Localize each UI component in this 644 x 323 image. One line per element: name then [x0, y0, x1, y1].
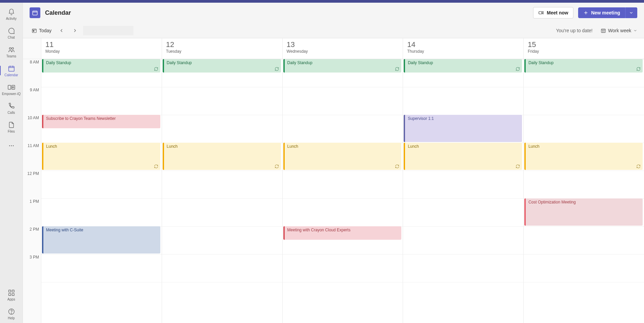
time-label: 11 AM [23, 143, 41, 171]
rail-empower-iq[interactable]: Empower-iQ [0, 80, 23, 99]
rail-help[interactable]: Help [0, 304, 23, 323]
calendar-event[interactable]: Lunch [163, 143, 281, 170]
svg-point-7 [11, 145, 12, 146]
day-name: Wednesday [287, 49, 399, 54]
recurring-icon [395, 67, 399, 71]
day-header[interactable]: 15Friday [524, 38, 644, 59]
calendar-today-icon [32, 28, 37, 33]
svg-rect-17 [32, 29, 36, 33]
bell-icon [8, 8, 15, 16]
day-body[interactable]: Daily StandupLunchMeeting with Crayon Cl… [283, 59, 403, 323]
rail-calendar[interactable]: Calendar [0, 61, 23, 80]
date-range-picker[interactable] [83, 26, 133, 35]
day-header[interactable]: 12Tuesday [162, 38, 282, 59]
rail-files[interactable]: Files [0, 118, 23, 136]
calendar-event[interactable]: Supervisor 1:1 [404, 115, 522, 142]
event-title: Meeting with C-Suite [46, 228, 83, 232]
meet-now-button[interactable]: Meet now [533, 7, 573, 18]
calendar-view-icon [601, 28, 606, 33]
time-label: 3 PM [23, 254, 41, 282]
calendar-event[interactable]: Meeting with Crayon Cloud Experts [283, 226, 402, 240]
recurring-icon [636, 67, 641, 71]
time-label: 2 PM [23, 226, 41, 254]
new-meeting-button[interactable]: New meeting [578, 7, 625, 18]
next-week-button[interactable] [70, 25, 80, 36]
calendar-event[interactable]: Daily Standup [42, 59, 160, 73]
calendar-event[interactable]: Meeting with C-Suite [42, 226, 160, 253]
view-picker[interactable]: Work week [601, 28, 637, 33]
main-area: Calendar Meet now New meeting [23, 3, 644, 323]
calendar-event[interactable]: Daily Standup [524, 59, 643, 73]
day-header[interactable]: 13Wednesday [283, 38, 403, 59]
rail-label: Teams [6, 54, 16, 58]
rail-calls[interactable]: Calls [0, 99, 23, 118]
time-label: 10 AM [23, 115, 41, 143]
day-column: 11MondayDaily StandupSubscribe to Crayon… [41, 38, 162, 323]
recurring-icon [516, 164, 520, 169]
rail-more[interactable] [0, 136, 23, 155]
svg-rect-9 [8, 290, 10, 292]
new-meeting-dropdown[interactable] [625, 7, 637, 18]
recurring-icon [516, 67, 520, 71]
calendar-event[interactable]: Lunch [42, 143, 160, 170]
view-label: Work week [608, 28, 631, 33]
calendar-event[interactable]: Daily Standup [163, 59, 281, 73]
video-icon [538, 10, 544, 16]
svg-point-8 [13, 145, 14, 146]
day-body[interactable]: Daily StandupSubscribe to Crayon Teams N… [41, 59, 162, 323]
rail-label: Calendar [4, 73, 18, 77]
today-label: Today [39, 28, 51, 33]
day-header[interactable]: 14Thursday [403, 38, 523, 59]
rail-chat[interactable]: Chat [0, 24, 23, 42]
calendar-event[interactable]: Daily Standup [283, 59, 402, 73]
rail-label: Apps [7, 297, 15, 301]
rail-teams[interactable]: Teams [0, 42, 23, 61]
day-body[interactable]: Daily StandupLunch [162, 59, 282, 323]
calendar-event[interactable]: Lunch [283, 143, 402, 170]
event-title: Lunch [408, 144, 419, 149]
day-header[interactable]: 11Monday [41, 38, 162, 59]
event-title: Meeting with Crayon Cloud Experts [287, 228, 351, 232]
event-title: Daily Standup [46, 60, 71, 65]
calendar-event[interactable]: Lunch [404, 143, 522, 170]
calendar-event[interactable]: Subscribe to Crayon Teams Newsletter [42, 115, 160, 128]
event-title: Lunch [528, 144, 539, 149]
calendar-event[interactable]: Cost Optimization Meeting [524, 198, 643, 226]
time-label: 9 AM [23, 87, 41, 115]
recurring-icon [636, 164, 641, 169]
calendar-event[interactable]: Daily Standup [404, 59, 522, 73]
svg-rect-16 [539, 11, 542, 14]
new-meeting-label: New meeting [591, 10, 620, 15]
phone-icon [8, 102, 15, 110]
day-body[interactable]: Daily StandupSupervisor 1:1Lunch [403, 59, 523, 323]
prev-week-button[interactable] [56, 25, 67, 36]
day-column: 12TuesdayDaily StandupLunch [162, 38, 282, 323]
time-gutter: 8 AM9 AM10 AM11 AM12 PM1 PM2 PM3 PM [23, 38, 41, 323]
rail-activity[interactable]: Activity [0, 5, 23, 24]
day-name: Tuesday [166, 49, 278, 54]
rail-apps[interactable]: Apps [0, 285, 23, 304]
app-rail: Activity Chat Teams Calendar Empower-iQ [0, 3, 23, 323]
svg-point-0 [9, 47, 11, 49]
event-title: Supervisor 1:1 [408, 116, 434, 121]
calendar-event[interactable]: Lunch [524, 143, 643, 170]
sync-status: You're up to date! [556, 28, 593, 33]
recurring-icon [395, 164, 399, 169]
rail-label: Activity [6, 17, 17, 20]
day-body[interactable]: Daily StandupLunchCost Optimization Meet… [524, 59, 644, 323]
event-title: Lunch [167, 144, 178, 149]
event-title: Lunch [46, 144, 57, 149]
recurring-icon [275, 164, 279, 169]
calendar-grid: 8 AM9 AM10 AM11 AM12 PM1 PM2 PM3 PM 11Mo… [23, 38, 644, 323]
rail-label: Help [8, 316, 15, 320]
today-button[interactable]: Today [30, 27, 53, 35]
page-title: Calendar [45, 9, 71, 16]
recurring-icon [275, 67, 279, 71]
day-column: 13WednesdayDaily StandupLunchMeeting wit… [282, 38, 403, 323]
day-column: 14ThursdayDaily StandupSupervisor 1:1Lun… [403, 38, 523, 323]
chat-icon [8, 27, 15, 35]
calendar-icon [8, 64, 15, 73]
event-title: Lunch [287, 144, 298, 149]
meet-now-label: Meet now [547, 10, 568, 15]
day-name: Thursday [407, 49, 519, 54]
